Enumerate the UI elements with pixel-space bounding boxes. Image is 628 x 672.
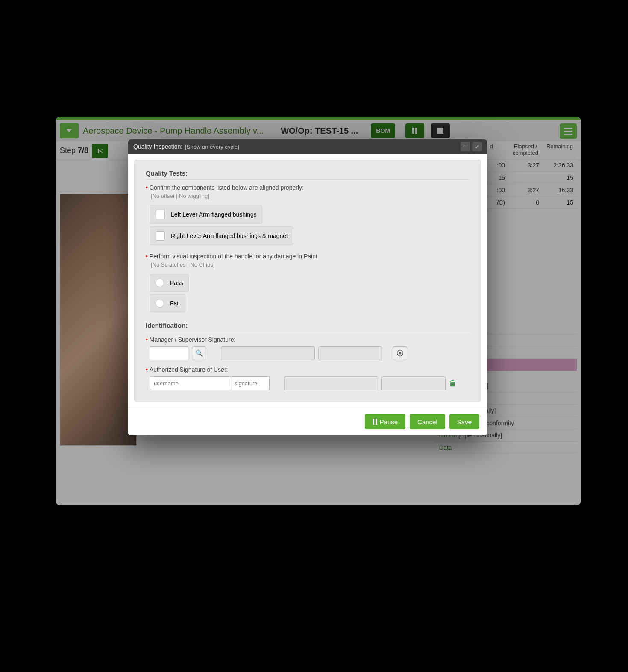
manager-sig-field xyxy=(318,346,382,360)
top-accent-bar xyxy=(56,117,581,120)
button-label: Pause xyxy=(380,418,398,426)
checkbox-right-lever-arm[interactable]: Right Lever Arm flanged bushings & magne… xyxy=(150,226,293,245)
radio-icon xyxy=(156,279,164,287)
question-1-label: Confirm the components listed below are … xyxy=(146,184,470,191)
manager-name-field xyxy=(221,346,315,360)
step-image xyxy=(60,194,137,446)
work-order-label: WO/Op: TEST-15 ... xyxy=(281,126,358,136)
search-icon: 🔍 xyxy=(195,349,203,357)
status-cell: 15 xyxy=(543,172,577,184)
status-cell: 0 xyxy=(508,197,543,209)
bom-button[interactable]: BOM xyxy=(371,123,395,138)
identification-heading: Identification: xyxy=(146,322,470,332)
quality-tests-heading: Quality Tests: xyxy=(146,170,470,180)
modal-header-controls: — ⤢ xyxy=(461,142,482,151)
radio-pass[interactable]: Pass xyxy=(150,274,189,292)
user-name-field xyxy=(284,376,378,390)
user-sig-delete-button[interactable]: 🗑 xyxy=(449,379,457,388)
clear-icon: ⓧ xyxy=(397,349,403,358)
chevron-down-icon xyxy=(67,129,72,132)
hamburger-icon xyxy=(564,128,572,129)
process-title: Aerospace Device - Pump Handle Assembly … xyxy=(83,126,264,136)
radio-fail[interactable]: Fail xyxy=(150,294,185,312)
side-link-text: Data xyxy=(439,444,452,451)
modal-save-button[interactable]: Save xyxy=(449,414,479,429)
status-cell: 16:33 xyxy=(543,184,577,197)
manager-id-input[interactable] xyxy=(150,346,188,360)
checkbox-label: Right Lever Arm flanged bushings & magne… xyxy=(171,232,288,239)
step-first-button[interactable]: I< xyxy=(92,144,108,158)
status-cell: 3:27 xyxy=(508,159,543,172)
user-signature-input[interactable] xyxy=(231,376,270,390)
stop-icon xyxy=(437,128,443,134)
status-row: 15 15 xyxy=(474,172,577,184)
status-cell: 15 xyxy=(543,197,577,209)
status-row: I/C) 0 15 xyxy=(474,197,577,209)
manager-lookup-button[interactable]: 🔍 xyxy=(192,346,206,360)
user-signature-row: 🗑 xyxy=(150,376,470,390)
checkbox-label: Left Lever Arm flanged bushings xyxy=(171,211,257,218)
radio-icon xyxy=(156,299,164,308)
status-table: :00 3:27 2:36:33 15 15 :00 3:27 16:33 I/… xyxy=(474,159,577,209)
modal-minimize-button[interactable]: — xyxy=(461,142,470,151)
question-2-hint: [No Scratches | No Chips] xyxy=(146,260,470,271)
user-signature-label: Authorized Signature of User: xyxy=(146,366,470,373)
manager-signature-label: Manager / Supervisor Signature: xyxy=(146,336,470,343)
modal-header: Quality Inspection: [Show on every cycle… xyxy=(128,139,487,154)
modal-footer: Pause Cancel Save xyxy=(128,408,487,435)
pause-icon xyxy=(373,419,377,425)
button-label: Cancel xyxy=(417,418,437,426)
step-prefix: Step xyxy=(60,146,78,155)
trash-icon: 🗑 xyxy=(449,379,457,387)
checkbox-icon xyxy=(156,210,165,219)
step-indicator: Step 7/8 xyxy=(60,146,88,155)
question-1-hint: [No offset | No wiggling] xyxy=(146,191,470,202)
quality-inspection-modal: Quality Inspection: [Show on every cycle… xyxy=(128,139,487,435)
modal-expand-button[interactable]: ⤢ xyxy=(472,142,482,151)
status-header-row: d Elapsed / completed Remaining xyxy=(474,141,577,158)
side-data-link[interactable]: Data xyxy=(436,442,577,454)
manager-clear-button[interactable]: ⓧ xyxy=(393,346,407,360)
app-header: Aerospace Device - Pump Handle Assembly … xyxy=(56,120,581,141)
status-row: :00 3:27 16:33 xyxy=(474,184,577,197)
status-row: :00 3:27 2:36:33 xyxy=(474,159,577,172)
modal-cancel-button[interactable]: Cancel xyxy=(410,414,445,429)
status-cell: 3:27 xyxy=(508,184,543,197)
radio-label: Fail xyxy=(170,300,180,307)
manager-signature-row: 🔍 ⓧ xyxy=(150,346,470,360)
process-dropdown-button[interactable] xyxy=(60,123,79,138)
status-cell xyxy=(508,172,543,184)
menu-button[interactable] xyxy=(560,123,577,139)
modal-pause-button[interactable]: Pause xyxy=(365,414,406,429)
header-stop-button[interactable] xyxy=(431,123,450,138)
user-username-input[interactable] xyxy=(150,376,231,390)
pause-icon xyxy=(412,128,417,134)
status-cell: 2:36:33 xyxy=(543,159,577,172)
checkbox-icon xyxy=(156,231,165,241)
modal-title: Quality Inspection: xyxy=(133,143,182,150)
modal-body: Quality Tests: Confirm the components li… xyxy=(134,160,481,402)
question-2-label: Perform visual inspection of the handle … xyxy=(146,253,470,260)
checkbox-left-lever-arm[interactable]: Left Lever Arm flanged bushings xyxy=(150,205,262,224)
modal-subtitle: [Show on every cycle] xyxy=(185,144,239,150)
radio-label: Pass xyxy=(170,279,183,286)
header-pause-button[interactable] xyxy=(405,123,424,138)
status-col-elapsed: Elapsed / completed xyxy=(508,141,543,158)
step-number: 7/8 xyxy=(78,146,88,155)
button-label: Save xyxy=(457,418,472,426)
status-col-remaining: Remaining xyxy=(543,141,577,158)
user-sig-field xyxy=(381,376,446,390)
